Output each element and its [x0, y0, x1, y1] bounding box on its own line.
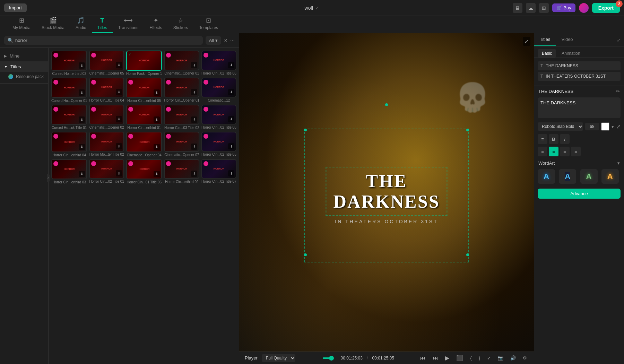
tab-templates[interactable]: ⊡ Templates [193, 15, 224, 33]
download-btn-19[interactable]: ⬇ [228, 143, 234, 149]
color-expand-icon[interactable]: ▾ [612, 124, 614, 129]
download-btn-11[interactable]: ⬇ [116, 116, 122, 122]
media-item-5[interactable]: HORROR ⬇ Cursed Ho...Opener 01 [51, 78, 87, 103]
tab-titles[interactable]: T Titles [92, 15, 113, 33]
align-left-button[interactable]: ≡ [538, 147, 547, 156]
tab-titles-right[interactable]: Titles [534, 33, 556, 46]
media-item-3[interactable]: HORROR ⬇ Cinematic...Opener 01 [164, 51, 199, 76]
media-item-22[interactable]: HORROR ⬇ Horror Cin...01 Title 05 [126, 159, 162, 184]
media-item-6[interactable]: HORROR ⬇ Horror Cin...01 Title 04 [89, 78, 124, 103]
search-input[interactable] [15, 38, 199, 43]
download-btn-15[interactable]: ⬇ [79, 144, 85, 150]
align-center-button[interactable]: ≡ [549, 147, 558, 156]
text-item-theaters[interactable]: T IN THEATERS OCTOBER 31ST [538, 72, 621, 81]
media-item-14[interactable]: HORROR ⬇ Horror Cin...02 Title 08 [201, 105, 236, 130]
tab-my-media[interactable]: ⊞ My Media [7, 15, 36, 33]
download-btn-20[interactable]: ⬇ [79, 171, 85, 177]
marker-in-button[interactable]: { [469, 355, 473, 361]
media-item-21[interactable]: HORROR ⬇ Horror Cin...02 Title 01 [89, 159, 124, 184]
media-item-19[interactable]: HORROR ⬇ Horror Cin...02 Title 05 [201, 132, 236, 157]
skip-back-button[interactable]: ⏮ [419, 354, 427, 362]
italic-button[interactable]: I [560, 134, 570, 144]
expand-preview-button[interactable]: ⤢ [523, 37, 530, 46]
media-item-4[interactable]: HORROR ⬇ Horror Cin...02 Title 06 [201, 51, 236, 76]
download-btn-16[interactable]: ⬇ [116, 143, 122, 149]
download-btn-9[interactable]: ⬇ [228, 89, 234, 95]
stop-button[interactable]: ⬛ [455, 354, 465, 362]
download-btn-4[interactable]: ⬇ [228, 62, 234, 68]
download-btn-10[interactable]: ⬇ [79, 116, 85, 123]
sidebar-item-resource-pack[interactable]: Resource pack [0, 72, 48, 81]
download-btn-5[interactable]: ⬇ [79, 89, 85, 96]
media-item-9[interactable]: HORROR ⬇ Cinematic...12 [201, 78, 236, 103]
seek-bar[interactable] [323, 357, 333, 359]
settings-button[interactable]: ⚙ [521, 355, 528, 361]
fullscreen-text-icon[interactable]: ⤢ [616, 123, 621, 130]
quality-select[interactable]: Full Quality 1/2 1/4 [262, 354, 295, 362]
buy-button[interactable]: 🛒 Buy [552, 3, 575, 12]
media-item-18[interactable]: HORROR ⬇ Cinematic...Opener 07 [164, 132, 199, 157]
download-btn-22[interactable]: ⬇ [154, 171, 160, 177]
sub-tab-basic[interactable]: Basic [538, 49, 556, 58]
download-btn-8[interactable]: ⬇ [191, 89, 197, 95]
download-btn-7[interactable]: ⬇ [154, 89, 160, 96]
handle-top-center[interactable] [385, 103, 388, 106]
download-btn-12[interactable]: ⬇ [154, 116, 160, 123]
monitor-icon[interactable]: 🖥 [513, 3, 522, 13]
download-btn-1[interactable]: ⬇ [116, 62, 122, 68]
wordart-item-2[interactable]: A [559, 169, 576, 184]
sidebar-item-titles[interactable]: ▼ Titles [0, 61, 48, 72]
tab-transitions[interactable]: ⟷ Transitions [113, 15, 144, 33]
text-field[interactable]: THE DARKNESS [538, 97, 621, 118]
step-back-button[interactable]: ⏭ [431, 354, 440, 362]
download-btn-21[interactable]: ⬇ [116, 170, 122, 176]
fullscreen-button[interactable]: ⤢ [486, 355, 492, 361]
download-btn-6[interactable]: ⬇ [116, 89, 122, 95]
align-right-button[interactable]: ≡ [560, 147, 570, 156]
import-button[interactable]: Import [4, 3, 27, 12]
sidebar-item-mine[interactable]: ▶ Mine [0, 51, 48, 61]
download-btn-17[interactable]: ⬇ [154, 144, 160, 150]
close-search-button[interactable]: × [224, 37, 227, 44]
media-item-1[interactable]: HORROR ⬇ Cinematic...Opener 05 [89, 51, 124, 76]
download-btn-3[interactable]: ⬇ [191, 62, 197, 68]
edit-icon[interactable]: ✏ [616, 89, 620, 94]
user-avatar[interactable] [579, 3, 589, 13]
tab-audio[interactable]: 🎵 Audio [70, 15, 92, 33]
download-btn-24[interactable]: ⬇ [228, 170, 234, 176]
bold-button[interactable]: B [549, 134, 558, 144]
media-item-20[interactable]: HORROR ⬇ Horror Cin...erthird 03 [51, 159, 87, 184]
media-item-11[interactable]: HORROR ⬇ Cinematic...Opener 02 [89, 105, 124, 130]
grid-icon[interactable]: ⊞ [539, 3, 549, 13]
font-family-select[interactable]: Roboto Slab Bold [538, 122, 583, 131]
media-item-17[interactable]: HORROR ⬇ Cinematic...Opener 04 [126, 132, 162, 157]
media-item-15[interactable]: HORROR ⬇ Horror Cin...erthird 04 [51, 132, 87, 157]
play-button[interactable]: ▶ [444, 354, 451, 362]
media-item-0[interactable]: HORROR ⬇ Cursed Ho...erthird 02 [51, 51, 87, 76]
tab-stickers[interactable]: ☆ Stickers [168, 15, 194, 33]
wordart-expand-icon[interactable]: ▾ [617, 161, 620, 166]
handle-bottom-right[interactable] [466, 253, 469, 256]
sub-tab-animation[interactable]: Animation [557, 49, 584, 58]
media-item-12[interactable]: HORROR ⬇ Horror Cin...erthird 01 [126, 105, 162, 130]
volume-button[interactable]: 🔊 [509, 355, 517, 361]
handle-bottom-left[interactable] [304, 253, 307, 256]
color-swatch[interactable] [601, 122, 609, 131]
filter-dropdown[interactable]: All ▾ [206, 36, 221, 45]
media-item-24[interactable]: HORROR ⬇ Horror Cin...02 Title 07 [201, 159, 236, 184]
search-input-wrap[interactable]: 🔍 [4, 36, 203, 45]
download-btn-13[interactable]: ⬇ [191, 116, 197, 123]
snapshot-button[interactable]: 📷 [496, 355, 505, 361]
wordart-item-1[interactable]: A [538, 169, 555, 184]
media-item-23[interactable]: HORROR ⬇ Horror Cin...erthird 02 [164, 159, 199, 184]
font-size-input[interactable] [585, 123, 599, 130]
tab-effects[interactable]: ✦ Effects [144, 15, 167, 33]
align-justify-button[interactable]: ≡ [571, 147, 581, 156]
panel-collapse-icon[interactable]: ⤢ [617, 37, 621, 42]
more-options-icon[interactable]: ··· [230, 37, 235, 44]
download-btn-18[interactable]: ⬇ [191, 144, 197, 150]
download-btn-0[interactable]: ⬇ [79, 62, 85, 69]
media-item-16[interactable]: HORROR ⬇ Horror Mo...ter Title 02 [89, 132, 124, 157]
media-item-7[interactable]: HORROR ⬇ Horror Cin...erthird 05 [126, 78, 162, 103]
media-item-2[interactable]: ✓ HORROR Horror Pack · Opener 1 [126, 51, 162, 76]
